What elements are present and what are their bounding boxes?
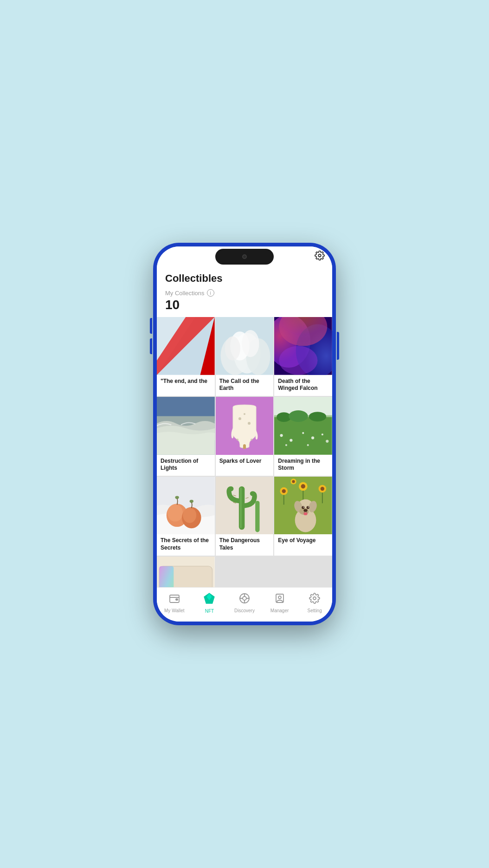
- grid-item-4[interactable]: Destruction of Lights: [157, 397, 215, 476]
- svg-point-74: [303, 506, 304, 507]
- phone-device: Collectibles My Collections i 10: [154, 244, 335, 624]
- svg-point-44: [175, 496, 179, 499]
- svg-point-40: [307, 444, 309, 446]
- collectibles-grid: "The end, and the The Call od the Earth: [157, 317, 332, 587]
- svg-point-63: [321, 487, 324, 491]
- svg-point-35: [302, 432, 304, 434]
- grid-label-9: Eye of Voyage: [274, 534, 332, 552]
- svg-point-75: [308, 506, 309, 507]
- collections-count: 10: [165, 298, 324, 312]
- grid-label-7: The Secrets of the Secrets: [157, 534, 215, 555]
- svg-point-0: [318, 254, 321, 257]
- volume-down-button[interactable]: [150, 338, 152, 354]
- grid-label-1: "The end, and the: [157, 375, 215, 393]
- grid-item-1[interactable]: "The end, and the: [157, 317, 215, 396]
- grid-label-8: The Dangerous Tales: [216, 534, 274, 555]
- volume-up-button[interactable]: [150, 318, 152, 334]
- header: Collectibles My Collections i 10: [157, 267, 332, 317]
- grid-item-6[interactable]: Dreaming in the Storm: [274, 397, 332, 476]
- svg-point-32: [309, 412, 326, 421]
- nav-item-nft[interactable]: NFT: [196, 592, 222, 614]
- svg-point-39: [285, 444, 287, 446]
- grid-item-10[interactable]: [157, 557, 215, 587]
- svg-rect-58: [283, 495, 284, 505]
- svg-point-66: [292, 480, 295, 483]
- camera-icon: [242, 254, 247, 259]
- diamond-icon: [203, 592, 215, 607]
- page-title: Collectibles: [165, 272, 324, 285]
- grid-label-6: Dreaming in the Storm: [274, 455, 332, 476]
- settings-icon[interactable]: [315, 251, 325, 263]
- svg-point-72: [302, 506, 305, 509]
- grid-item-3[interactable]: Death of the Winged Falcon: [274, 317, 332, 396]
- svg-rect-50: [255, 501, 259, 532]
- svg-point-87: [243, 596, 246, 600]
- bottom-navigation: My Wallet NFT: [157, 587, 332, 622]
- collections-label: My Collections i: [165, 289, 324, 297]
- svg-point-94: [313, 597, 316, 600]
- svg-rect-83: [176, 599, 178, 600]
- grid-item-2[interactable]: The Call od the Earth: [216, 317, 274, 396]
- manager-icon: [274, 593, 285, 607]
- svg-point-25: [251, 439, 252, 440]
- grid-item-5[interactable]: Sparks of Lover: [216, 397, 274, 476]
- svg-rect-64: [322, 492, 323, 503]
- screen-content: Collectibles My Collections i 10: [157, 267, 332, 587]
- notch-area: [157, 246, 332, 267]
- nav-item-setting[interactable]: Setting: [302, 593, 328, 613]
- grid-label-4: Destruction of Lights: [157, 455, 215, 476]
- svg-point-21: [238, 417, 241, 420]
- svg-point-34: [290, 439, 293, 441]
- svg-rect-51: [240, 487, 242, 528]
- discovery-icon: [239, 593, 250, 607]
- notch: [215, 249, 274, 265]
- popsicle-thumb: [216, 397, 274, 455]
- svg-point-16: [279, 346, 318, 375]
- grid-item-9[interactable]: Eye of Voyage: [274, 477, 332, 556]
- svg-rect-29: [274, 417, 332, 454]
- svg-point-46: [183, 507, 196, 523]
- svg-point-37: [322, 434, 323, 435]
- svg-point-77: [304, 512, 308, 515]
- svg-point-22: [248, 422, 251, 425]
- power-button[interactable]: [337, 332, 339, 360]
- phone-screen: Collectibles My Collections i 10: [157, 246, 332, 622]
- grid-label-5: Sparks of Lover: [216, 455, 274, 473]
- svg-rect-20: [243, 444, 246, 449]
- svg-rect-49: [239, 486, 244, 530]
- svg-point-38: [326, 440, 328, 442]
- svg-point-76: [304, 509, 308, 512]
- svg-point-36: [311, 436, 314, 439]
- nav-label-manager: Manager: [270, 608, 289, 613]
- svg-point-31: [289, 410, 308, 422]
- nav-label-wallet: My Wallet: [164, 608, 185, 613]
- grid-label-3: Death of the Winged Falcon: [274, 375, 332, 396]
- svg-point-93: [278, 596, 281, 599]
- svg-point-23: [244, 413, 245, 415]
- svg-point-57: [282, 489, 286, 493]
- grid-item-8[interactable]: The Dangerous Tales: [216, 477, 274, 556]
- nav-item-manager[interactable]: Manager: [267, 593, 293, 613]
- grid-label-2: The Call od the Earth: [216, 375, 274, 396]
- svg-point-33: [280, 434, 283, 437]
- svg-point-11: [225, 337, 240, 361]
- svg-point-47: [190, 500, 193, 503]
- nav-label-discovery: Discovery: [234, 608, 255, 613]
- svg-point-24: [237, 439, 238, 440]
- nav-item-discovery[interactable]: Discovery: [232, 593, 257, 613]
- setting-icon: [309, 593, 320, 607]
- svg-point-73: [307, 506, 309, 509]
- nav-label-nft: NFT: [205, 609, 214, 614]
- wallet-icon: [169, 593, 180, 607]
- svg-point-10: [242, 330, 259, 357]
- svg-point-43: [167, 504, 183, 521]
- svg-rect-80: [159, 566, 174, 587]
- nav-item-wallet[interactable]: My Wallet: [161, 593, 187, 613]
- info-icon[interactable]: i: [207, 289, 214, 297]
- nav-label-setting: Setting: [308, 608, 322, 613]
- svg-point-60: [301, 484, 305, 488]
- grid-item-7[interactable]: The Secrets of the Secrets: [157, 477, 215, 556]
